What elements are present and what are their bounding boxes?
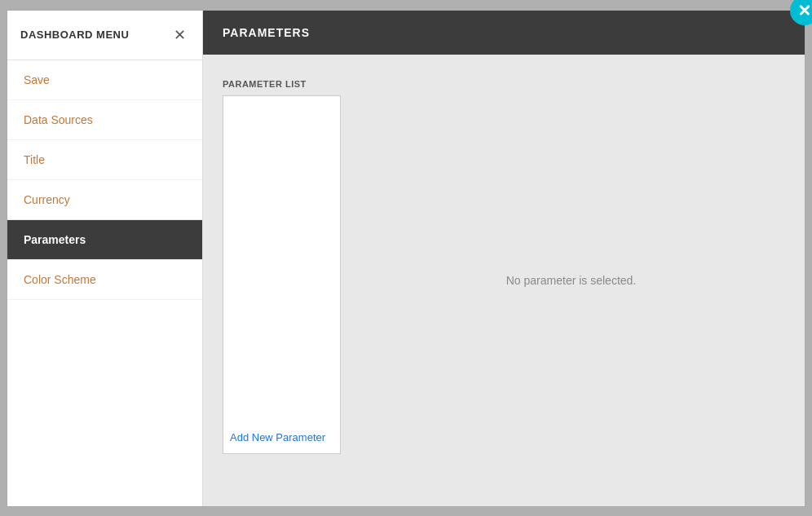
sidebar: DASHBOARD MENU ✕ Save Data Sources Title…	[7, 11, 203, 506]
modal-body: DASHBOARD MENU ✕ Save Data Sources Title…	[7, 11, 805, 506]
sidebar-item-label: Data Sources	[24, 113, 93, 126]
main-content: PARAMETERS PARAMETER LIST Add New Parame…	[203, 11, 805, 506]
sidebar-item-color-scheme[interactable]: Color Scheme	[7, 260, 202, 300]
parameter-list-box: Add New Parameter	[223, 95, 341, 454]
sidebar-item-title[interactable]: Title	[7, 140, 202, 180]
main-header: PARAMETERS	[203, 11, 805, 55]
main-header-title: PARAMETERS	[223, 26, 310, 39]
parameter-list-label: PARAMETER LIST	[223, 79, 341, 89]
sidebar-header: DASHBOARD MENU ✕	[7, 11, 202, 60]
main-body: PARAMETER LIST Add New Parameter No para…	[203, 55, 805, 506]
sidebar-close-icon: ✕	[174, 26, 186, 44]
sidebar-item-label: Currency	[24, 193, 70, 206]
sidebar-item-label: Color Scheme	[24, 273, 96, 286]
sidebar-header-title: DASHBOARD MENU	[20, 29, 129, 41]
add-new-parameter-link[interactable]: Add New Parameter	[230, 428, 333, 447]
sidebar-item-label: Title	[24, 153, 45, 166]
parameter-list-section: PARAMETER LIST Add New Parameter	[223, 79, 341, 482]
no-selection-area: No parameter is selected.	[357, 79, 785, 482]
sidebar-item-parameters[interactable]: Parameters	[7, 220, 202, 260]
sidebar-item-label: Parameters	[24, 233, 86, 246]
sidebar-item-data-sources[interactable]: Data Sources	[7, 100, 202, 140]
modal-container: DASHBOARD MENU ✕ Save Data Sources Title…	[7, 10, 805, 507]
sidebar-close-button[interactable]: ✕	[170, 25, 189, 45]
sidebar-item-save[interactable]: Save	[7, 60, 202, 100]
no-selection-text: No parameter is selected.	[506, 274, 637, 287]
sidebar-item-currency[interactable]: Currency	[7, 180, 202, 220]
sidebar-item-label: Save	[24, 73, 50, 86]
